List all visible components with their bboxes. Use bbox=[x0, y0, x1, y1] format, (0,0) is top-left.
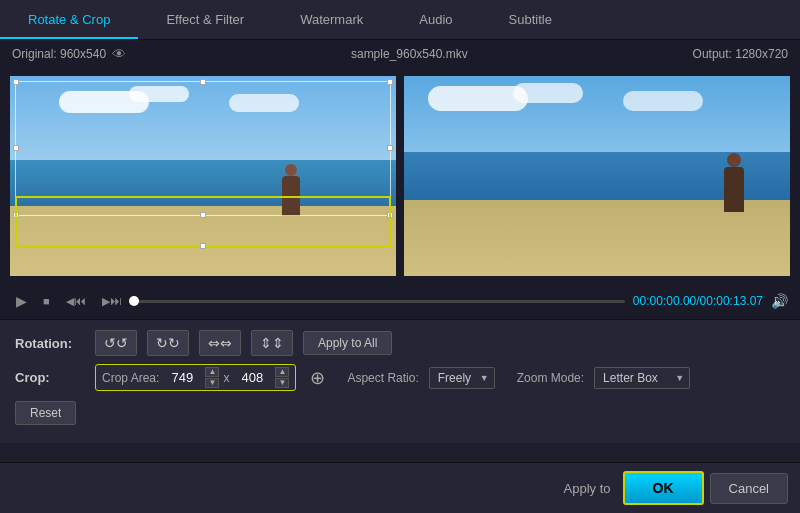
water-left bbox=[10, 160, 396, 210]
figure-right bbox=[724, 167, 744, 212]
progress-bar[interactable] bbox=[134, 300, 625, 303]
rcloud3 bbox=[623, 91, 703, 111]
width-down-button[interactable]: ▼ bbox=[205, 378, 219, 388]
crop-area-box: Crop Area: 749 ▲ ▼ x 408 ▲ ▼ bbox=[95, 364, 296, 391]
controls-area: Rotation: ↺ ↻ ⇔ ⇕ Apply to All Crop: Cro… bbox=[0, 319, 800, 443]
cloud3-left bbox=[229, 94, 299, 112]
aspect-ratio-select[interactable]: Freely 16:9 4:3 1:1 bbox=[429, 367, 495, 389]
crop-width-input[interactable]: 749 bbox=[163, 370, 201, 385]
rotation-row: Rotation: ↺ ↻ ⇔ ⇕ Apply to All bbox=[15, 330, 785, 356]
sand-left bbox=[10, 206, 396, 276]
aspect-ratio-label: Aspect Ratio: bbox=[347, 371, 418, 385]
apply-to-text: Apply to bbox=[564, 481, 611, 496]
crop-row: Crop: Crop Area: 749 ▲ ▼ x 408 ▲ ▼ ⊕ Asp… bbox=[15, 364, 785, 391]
rcloud2 bbox=[513, 83, 583, 103]
progress-dot[interactable] bbox=[129, 296, 139, 306]
left-beach-scene bbox=[10, 76, 396, 276]
tab-subtitle[interactable]: Subtitle bbox=[481, 2, 580, 39]
next-frame-button[interactable]: ⏭ bbox=[98, 292, 126, 310]
flip-horizontal-button[interactable]: ⇔ bbox=[199, 330, 241, 356]
width-up-button[interactable]: ▲ bbox=[205, 367, 219, 377]
right-beach-scene bbox=[404, 76, 790, 276]
height-spinners: ▲ ▼ bbox=[275, 367, 289, 388]
aspect-ratio-wrapper: Freely 16:9 4:3 1:1 bbox=[429, 367, 495, 389]
timeline: ■ ⏮ ⏭ 00:00:00.00/00:00:13.07 🔊 bbox=[0, 283, 800, 319]
tab-watermark[interactable]: Watermark bbox=[272, 2, 391, 39]
crop-x-separator: x bbox=[223, 371, 229, 385]
cloud2-left bbox=[129, 86, 189, 102]
time-display: 00:00:00.00/00:00:13.07 bbox=[633, 294, 763, 308]
rotate-cw-button[interactable]: ↻ bbox=[147, 330, 189, 356]
total-time: 00:00:13.07 bbox=[700, 294, 763, 308]
height-down-button[interactable]: ▼ bbox=[275, 378, 289, 388]
figure-left bbox=[282, 176, 300, 216]
crop-label: Crop: bbox=[15, 370, 85, 385]
crop-area-label: Crop Area: bbox=[102, 371, 159, 385]
prev-frame-button[interactable]: ⏮ bbox=[62, 292, 90, 310]
preview-left bbox=[10, 76, 396, 276]
zoom-mode-label: Zoom Mode: bbox=[517, 371, 584, 385]
clouds-left bbox=[49, 86, 358, 146]
flip-vertical-button[interactable]: ⇕ bbox=[251, 330, 293, 356]
info-bar: Original: 960x540 👁 sample_960x540.mkv O… bbox=[0, 40, 800, 68]
stop-button[interactable]: ■ bbox=[39, 293, 54, 309]
tab-rotate-crop[interactable]: Rotate & Crop bbox=[0, 2, 138, 39]
volume-icon[interactable]: 🔊 bbox=[771, 293, 788, 309]
tab-effect-filter[interactable]: Effect & Filter bbox=[138, 2, 272, 39]
preview-right bbox=[404, 76, 790, 276]
zoom-mode-wrapper: Letter Box Pan & Scan Full bbox=[594, 367, 690, 389]
visibility-icon[interactable]: 👁 bbox=[112, 46, 126, 62]
original-resolution: Original: 960x540 bbox=[12, 47, 106, 61]
filename: sample_960x540.mkv bbox=[351, 47, 468, 61]
current-time: 00:00:00.00 bbox=[633, 294, 696, 308]
width-spinners: ▲ ▼ bbox=[205, 367, 219, 388]
center-crop-button[interactable]: ⊕ bbox=[306, 367, 329, 389]
original-info: Original: 960x540 👁 bbox=[12, 46, 126, 62]
reset-row: Reset bbox=[15, 399, 785, 425]
preview-area bbox=[0, 68, 800, 283]
rotate-ccw-button[interactable]: ↺ bbox=[95, 330, 137, 356]
height-up-button[interactable]: ▲ bbox=[275, 367, 289, 377]
bottom-bar: Apply to OK Cancel bbox=[0, 462, 800, 513]
apply-to-all-button[interactable]: Apply to All bbox=[303, 331, 392, 355]
tab-bar: Rotate & Crop Effect & Filter Watermark … bbox=[0, 0, 800, 40]
reset-button[interactable]: Reset bbox=[15, 401, 76, 425]
tab-audio[interactable]: Audio bbox=[391, 2, 480, 39]
ok-button[interactable]: OK bbox=[623, 471, 704, 505]
zoom-mode-select[interactable]: Letter Box Pan & Scan Full bbox=[594, 367, 690, 389]
output-resolution: Output: 1280x720 bbox=[693, 47, 788, 61]
rotation-label: Rotation: bbox=[15, 336, 85, 351]
play-button[interactable] bbox=[12, 291, 31, 311]
cancel-button[interactable]: Cancel bbox=[710, 473, 788, 504]
crop-height-input[interactable]: 408 bbox=[233, 370, 271, 385]
